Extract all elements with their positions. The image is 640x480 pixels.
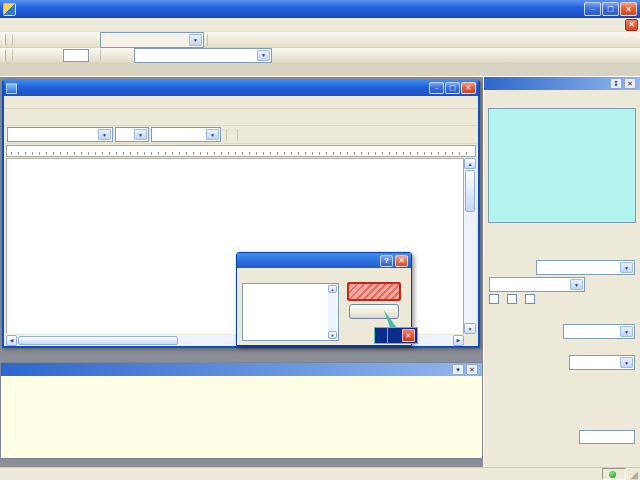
maximize-button[interactable] (602, 2, 619, 16)
vertical-scrollbar[interactable] (464, 158, 476, 334)
online-icon (609, 471, 616, 478)
panel-close-button[interactable] (624, 78, 636, 89)
frame-id-value (63, 49, 89, 62)
wordpad-icon (6, 83, 17, 94)
frame-toolbar (0, 48, 640, 63)
ruler (6, 145, 476, 157)
chevron-down-icon (134, 129, 147, 140)
toolbar-separator (207, 34, 208, 46)
pin-icon[interactable] (610, 78, 622, 89)
jump-in-point-input[interactable] (579, 430, 635, 444)
workspace (0, 77, 483, 467)
font-size-select[interactable] (115, 127, 149, 142)
wordpad-menu-bar (4, 96, 478, 109)
dialog-help-button[interactable] (380, 255, 393, 267)
minimize-button[interactable] (584, 2, 601, 16)
chevron-down-icon (620, 326, 633, 337)
display-mode-select[interactable] (134, 48, 272, 63)
scroll-track[interactable] (328, 293, 337, 331)
online-status (602, 468, 626, 480)
scroll-right-button[interactable] (453, 335, 464, 346)
chevron-down-icon (570, 279, 583, 290)
callout-divider (387, 328, 388, 343)
panel-close-button[interactable] (466, 364, 478, 375)
wordpad-close-button[interactable] (461, 82, 476, 94)
scroll-track[interactable] (464, 169, 476, 323)
standard-toolbar (0, 32, 640, 48)
dialog-title-bar[interactable] (237, 253, 411, 268)
frame-structure-panel (0, 362, 483, 459)
toolbar-grip (3, 34, 6, 45)
wordpad-title-bar[interactable] (4, 80, 478, 96)
wordpad-format-bar (4, 126, 478, 144)
toolbar-separator (100, 49, 101, 61)
wordpad-toolbar (4, 109, 478, 126)
app-icon (3, 3, 16, 16)
wordpad-maximize-button[interactable] (445, 82, 460, 94)
title-bar[interactable] (0, 0, 640, 18)
chevron-down-icon (620, 357, 633, 368)
toolbar-separator (12, 34, 13, 46)
wordpad-minimize-button[interactable] (429, 82, 444, 94)
document-tab-bar (0, 63, 640, 77)
close-document-button[interactable] (625, 19, 638, 31)
scroll-up-button[interactable] (328, 285, 337, 293)
scroll-left-button[interactable] (6, 335, 17, 346)
dialog-close-button[interactable] (395, 255, 408, 267)
panel-menu-button[interactable] (452, 364, 464, 375)
object-type-select[interactable] (563, 324, 635, 339)
frame-structure-title-bar[interactable] (1, 363, 482, 376)
shift-key-checkbox[interactable] (525, 294, 535, 304)
menu-bar (0, 18, 640, 32)
chevron-down-icon (206, 129, 219, 140)
frame-preview[interactable] (488, 108, 636, 223)
scroll-down-button[interactable] (464, 323, 476, 334)
listbox-scrollbar[interactable] (328, 285, 337, 339)
scroll-down-button[interactable] (328, 331, 337, 339)
chevron-down-icon (98, 129, 111, 140)
toolbar-separator (226, 129, 227, 141)
control-key-checkbox[interactable] (507, 294, 517, 304)
toolbar-grip (3, 50, 6, 61)
frame-properties-title-bar[interactable] (484, 77, 640, 90)
chevron-down-icon (620, 262, 633, 273)
chevron-down-icon (189, 34, 202, 46)
close-button[interactable] (620, 2, 637, 16)
alt-key-checkbox[interactable] (489, 294, 499, 304)
cancel-button[interactable] (349, 304, 399, 319)
application-window (0, 0, 640, 480)
try-it-callout (374, 327, 418, 344)
scroll-thumb[interactable] (465, 170, 475, 212)
show-in-select[interactable] (536, 260, 635, 275)
callout-close-button[interactable] (402, 329, 415, 342)
frame-properties-panel (483, 77, 640, 467)
resize-grip[interactable] (626, 468, 638, 480)
toolbar-separator (237, 129, 238, 141)
charset-select[interactable] (151, 127, 221, 142)
status-bar (0, 467, 640, 480)
ok-button[interactable] (347, 282, 401, 301)
toolbar-separator (12, 49, 13, 61)
scroll-thumb[interactable] (18, 336, 178, 345)
chevron-down-icon (257, 50, 270, 61)
font-family-select[interactable] (7, 127, 113, 142)
view-mode-select[interactable] (100, 32, 204, 48)
formats-listbox[interactable] (242, 283, 339, 341)
scroll-up-button[interactable] (464, 158, 476, 169)
mouse-action-select[interactable] (489, 277, 585, 292)
delay-time-select[interactable] (569, 355, 635, 370)
